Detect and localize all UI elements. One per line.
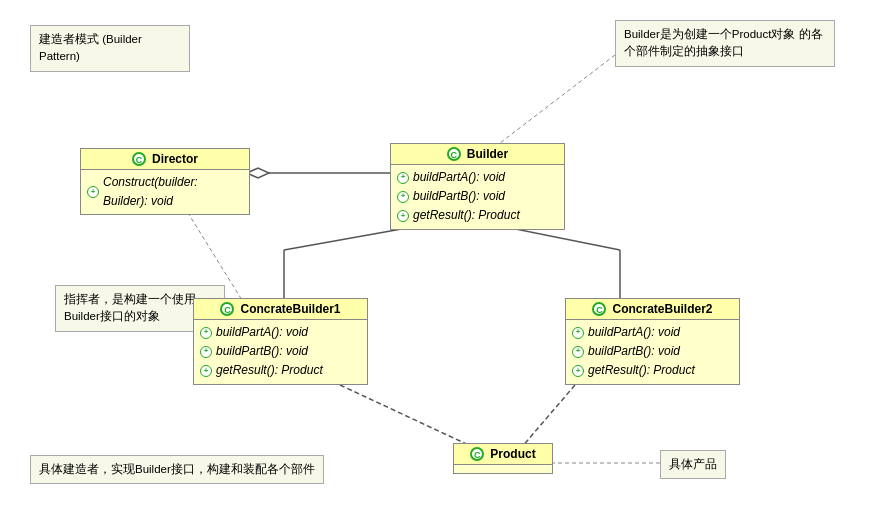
class-product: C Product — [453, 443, 553, 474]
method-icon: + — [572, 346, 584, 358]
class-icon-product: C — [470, 447, 484, 461]
method-icon: + — [572, 365, 584, 377]
note-top-right: Builder是为创建一个Product对象 的各个部件制定的抽象接口 — [615, 20, 835, 67]
method-row: + buildPartA(): void — [200, 323, 361, 342]
class-director-body: + Construct(builder: Builder): void — [81, 170, 249, 214]
method-icon: + — [572, 327, 584, 339]
note-bottom-right: 具体产品 — [660, 450, 726, 479]
method-row: + buildPartA(): void — [397, 168, 558, 187]
class-icon-builder: C — [447, 147, 461, 161]
method-row: + getResult(): Product — [200, 361, 361, 380]
note-bottom-left: 具体建造者，实现Builder接口，构建和装配各个部件 — [30, 455, 324, 484]
diagram-container: 建造者模式 (Builder Pattern) Builder是为创建一个Pro… — [0, 0, 892, 530]
method-row: + Construct(builder: Builder): void — [87, 173, 243, 211]
class-cb1-header: C ConcrateBuilder1 — [194, 299, 367, 320]
class-director-header: C Director — [81, 149, 249, 170]
method-row: + buildPartB(): void — [572, 342, 733, 361]
method-icon: + — [87, 186, 99, 198]
method-icon: + — [397, 191, 409, 203]
method-icon: + — [397, 172, 409, 184]
class-cb2-header: C ConcrateBuilder2 — [566, 299, 739, 320]
class-concratebuilder2: C ConcrateBuilder2 + buildPartA(): void … — [565, 298, 740, 385]
method-icon: + — [200, 327, 212, 339]
method-row: + getResult(): Product — [397, 206, 558, 225]
class-builder: C Builder + buildPartA(): void + buildPa… — [390, 143, 565, 230]
class-director: C Director + Construct(builder: Builder)… — [80, 148, 250, 215]
method-row: + buildPartB(): void — [397, 187, 558, 206]
class-builder-header: C Builder — [391, 144, 564, 165]
class-concratebuilder1: C ConcrateBuilder1 + buildPartA(): void … — [193, 298, 368, 385]
method-row: + buildPartB(): void — [200, 342, 361, 361]
class-product-header: C Product — [454, 444, 552, 465]
method-icon: + — [397, 210, 409, 222]
svg-marker-1 — [247, 168, 269, 178]
class-icon-cb2: C — [592, 302, 606, 316]
class-cb1-body: + buildPartA(): void + buildPartB(): voi… — [194, 320, 367, 384]
class-icon-cb1: C — [220, 302, 234, 316]
class-product-body — [454, 465, 552, 473]
arrows-svg — [0, 0, 892, 530]
svg-line-12 — [500, 55, 615, 143]
class-builder-body: + buildPartA(): void + buildPartB(): voi… — [391, 165, 564, 229]
class-icon-director: C — [132, 152, 146, 166]
note-top-left: 建造者模式 (Builder Pattern) — [30, 25, 190, 72]
method-row: + buildPartA(): void — [572, 323, 733, 342]
method-icon: + — [200, 346, 212, 358]
class-cb2-body: + buildPartA(): void + buildPartB(): voi… — [566, 320, 739, 384]
method-row: + getResult(): Product — [572, 361, 733, 380]
method-icon: + — [200, 365, 212, 377]
